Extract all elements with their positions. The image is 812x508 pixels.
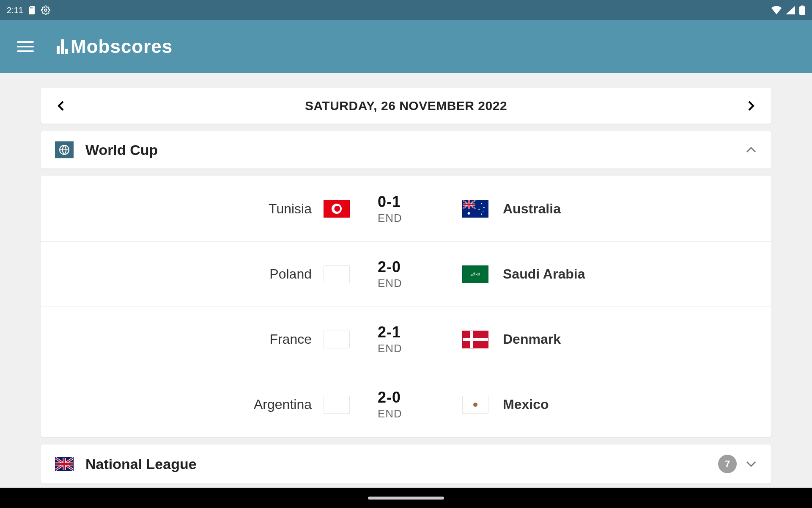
- away-team-name: Mexico: [503, 397, 549, 412]
- home-flag-icon: [324, 265, 350, 283]
- score-text: 0-1: [378, 193, 401, 211]
- chevron-up-icon: [745, 146, 757, 154]
- section-header-world-cup[interactable]: World Cup: [41, 131, 771, 168]
- main-content: SATURDAY, 26 NOVEMBER 2022 World Cup Tun…: [0, 73, 812, 483]
- score-block: 0-1END: [373, 193, 450, 225]
- score-block: 2-0END: [373, 258, 450, 290]
- chevron-down-icon: [745, 460, 757, 468]
- section-title: National League: [85, 456, 197, 472]
- next-day-button[interactable]: [743, 97, 760, 114]
- away-team-name: Australia: [503, 201, 561, 217]
- section-title-wrap: World Cup: [55, 141, 158, 158]
- match-status: END: [378, 277, 402, 290]
- score-text: 2-0: [378, 258, 401, 276]
- battery-icon: [799, 6, 805, 15]
- match-row[interactable]: Poland2-0ENDالله أكبرSaudi Arabia: [41, 241, 771, 306]
- match-row[interactable]: Tunisia0-1ENDAustralia: [41, 176, 771, 241]
- match-status: END: [378, 212, 402, 225]
- score-block: 2-0END: [373, 389, 450, 420]
- section-header-national-league[interactable]: National League 7: [41, 444, 771, 483]
- home-team-name: France: [269, 331, 312, 347]
- android-status-bar: 2:11: [0, 0, 812, 20]
- score-text: 2-1: [378, 323, 401, 341]
- away-team: Mexico: [462, 396, 771, 414]
- home-flag-icon: [324, 396, 350, 414]
- nav-pill[interactable]: [368, 497, 444, 500]
- score-block: 2-1END: [373, 323, 450, 355]
- svg-point-13: [481, 213, 482, 215]
- match-status: END: [378, 342, 402, 355]
- section-world-cup-header-card: World Cup: [41, 131, 771, 168]
- home-flag-icon: [324, 200, 350, 218]
- home-team-name: Argentina: [254, 397, 312, 412]
- app-logo: Mobscores: [57, 36, 173, 57]
- signal-icon: [786, 6, 795, 14]
- away-team: الله أكبرSaudi Arabia: [462, 265, 771, 283]
- gear-icon: [41, 6, 50, 15]
- match-row[interactable]: France2-1ENDDenmark: [41, 306, 771, 372]
- flag-gb-icon: [55, 456, 74, 472]
- away-flag-icon: [462, 200, 488, 218]
- app-bar: Mobscores: [0, 20, 812, 73]
- away-flag-icon: [462, 331, 488, 348]
- section-national-league-card: National League 7: [41, 444, 771, 483]
- app-name: Mobscores: [71, 36, 173, 57]
- menu-button[interactable]: [17, 38, 34, 55]
- match-count-badge: 7: [718, 455, 737, 473]
- away-team: Australia: [462, 200, 771, 218]
- svg-rect-1: [799, 6, 805, 15]
- android-nav-bar: [0, 488, 812, 508]
- section-title: World Cup: [85, 142, 158, 158]
- away-flag-icon: [462, 396, 488, 414]
- home-team: Poland: [41, 265, 350, 283]
- home-team-name: Tunisia: [269, 201, 312, 217]
- away-team-name: Saudi Arabia: [503, 266, 585, 282]
- status-bar-right: [771, 6, 805, 15]
- world-cup-matches: Tunisia0-1ENDAustraliaPoland2-0ENDالله أ…: [41, 176, 771, 437]
- wifi-icon: [771, 6, 782, 14]
- prev-day-button[interactable]: [52, 97, 69, 114]
- section-title-wrap: National League: [55, 456, 197, 472]
- svg-point-14: [478, 209, 480, 210]
- sd-card-icon: [28, 6, 36, 14]
- svg-point-12: [483, 207, 485, 208]
- svg-point-0: [44, 9, 47, 11]
- home-team: Tunisia: [41, 200, 350, 218]
- home-team: France: [41, 331, 350, 348]
- globe-icon: [55, 141, 74, 158]
- away-team-name: Denmark: [503, 331, 561, 347]
- away-flag-icon: الله أكبر: [462, 265, 488, 283]
- home-team-name: Poland: [269, 266, 312, 282]
- svg-rect-2: [801, 6, 804, 7]
- svg-point-15: [483, 211, 483, 212]
- svg-rect-20: [55, 463, 73, 465]
- status-time: 2:11: [7, 6, 23, 15]
- status-bar-left: 2:11: [7, 6, 50, 15]
- date-navigator: SATURDAY, 26 NOVEMBER 2022: [41, 88, 771, 124]
- svg-rect-9: [463, 204, 475, 205]
- section-right: 7: [718, 455, 757, 473]
- away-team: Denmark: [462, 331, 771, 348]
- home-flag-icon: [324, 331, 350, 348]
- match-row[interactable]: Argentina2-0ENDMexico: [41, 372, 771, 437]
- date-label: SATURDAY, 26 NOVEMBER 2022: [305, 99, 507, 113]
- score-text: 2-0: [378, 389, 401, 406]
- match-status: END: [378, 407, 402, 420]
- svg-point-11: [481, 203, 482, 204]
- home-team: Argentina: [41, 396, 350, 414]
- svg-point-10: [468, 212, 470, 215]
